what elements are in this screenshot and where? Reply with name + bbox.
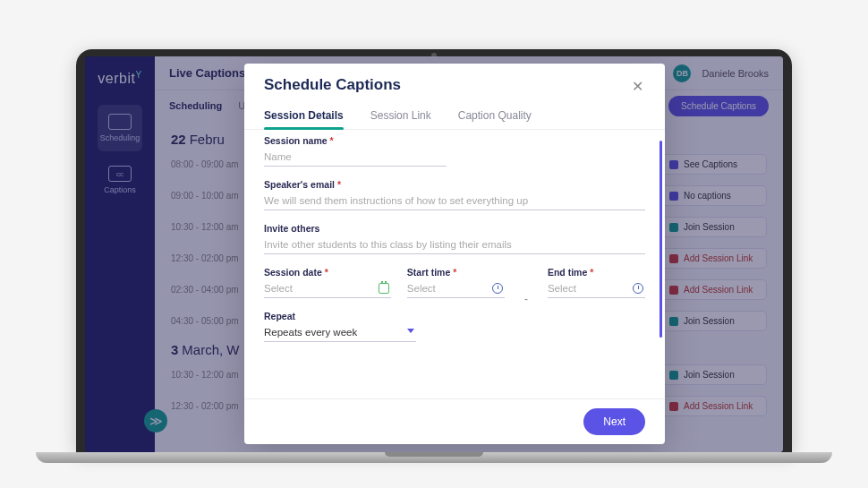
close-button[interactable]: ✕: [630, 76, 645, 97]
tab-session-link[interactable]: Session Link: [370, 104, 431, 129]
input-speaker-email[interactable]: [264, 192, 645, 210]
calendar-icon[interactable]: [379, 283, 389, 294]
field-end-time: End time *: [548, 267, 645, 298]
datetime-row: Session date * Start time * -: [264, 267, 645, 311]
field-start-time: Start time *: [407, 267, 505, 298]
label-start-time: Start time *: [407, 267, 505, 278]
label-session-date: Session date *: [264, 267, 391, 278]
chevron-down-icon: [407, 329, 414, 333]
input-end-time[interactable]: [548, 279, 645, 298]
modal-body: Session name * Speaker's email * Invite …: [244, 130, 665, 398]
label-end-time: End time *: [548, 267, 645, 278]
label-invite-others: Invite others: [264, 223, 645, 234]
field-invite-others: Invite others: [264, 223, 645, 254]
select-repeat[interactable]: [264, 323, 416, 342]
app-screen: verbitY Scheduling Captions Live Caption…: [85, 56, 783, 452]
input-session-date[interactable]: [264, 279, 391, 298]
input-invite-others[interactable]: [264, 235, 645, 254]
field-session-date: Session date *: [264, 267, 391, 298]
schedule-captions-modal: Schedule Captions ✕ Session Details Sess…: [244, 64, 665, 444]
modal-header: Schedule Captions ✕: [244, 64, 665, 104]
label-session-name: Session name *: [264, 135, 447, 146]
input-session-name[interactable]: [264, 148, 447, 167]
label-repeat: Repeat: [264, 311, 416, 321]
next-button[interactable]: Next: [583, 408, 645, 435]
clock-icon[interactable]: [492, 283, 503, 294]
tab-caption-quality[interactable]: Caption Quality: [458, 104, 532, 129]
field-repeat: Repeat: [264, 311, 416, 342]
clock-icon[interactable]: [633, 283, 643, 294]
time-dash: -: [524, 293, 528, 311]
modal-footer: Next: [244, 398, 665, 444]
modal-title: Schedule Captions: [264, 76, 401, 94]
laptop-base: [36, 452, 832, 463]
label-speaker-email: Speaker's email *: [264, 179, 645, 190]
field-session-name: Session name *: [264, 135, 447, 167]
modal-tabs: Session Details Session Link Caption Qua…: [244, 104, 665, 130]
tab-session-details[interactable]: Session Details: [264, 104, 344, 129]
field-speaker-email: Speaker's email *: [264, 179, 645, 210]
input-start-time[interactable]: [407, 279, 505, 298]
laptop-frame: verbitY Scheduling Captions Live Caption…: [76, 49, 792, 452]
